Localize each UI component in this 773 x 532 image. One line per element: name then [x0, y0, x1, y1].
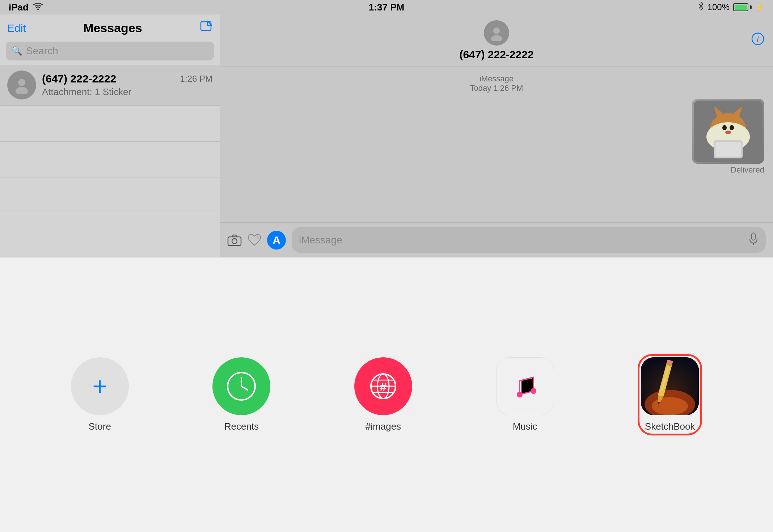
sketchbook-icon [641, 357, 699, 415]
svg-line-26 [241, 386, 248, 390]
status-time: 1:37 PM [369, 2, 404, 13]
camera-button[interactable] [227, 234, 242, 246]
conv-time: 1:26 PM [180, 74, 212, 84]
svg-point-40 [652, 397, 688, 415]
sidebar-header: Edit Messages [0, 14, 220, 39]
message-date: Today 1:26 PM [470, 84, 523, 93]
app-item-music[interactable]: Music [496, 357, 554, 432]
music-icon [509, 370, 541, 403]
bottom-panel: + Store Recents [0, 257, 773, 532]
compose-button[interactable] [199, 20, 212, 36]
message-input[interactable]: iMessage [292, 227, 766, 253]
svg-point-15 [730, 125, 734, 130]
sticker-image [692, 99, 764, 164]
appstore-button[interactable]: A [267, 231, 286, 250]
message-date-label: iMessage Today 1:26 PM [229, 74, 764, 93]
chat-area: (647) 222-2222 i iMessage Today 1:26 PM [220, 14, 773, 257]
svg-rect-19 [228, 237, 241, 246]
carrier-label: iPad [9, 2, 29, 13]
svg-point-4 [16, 87, 28, 94]
avatar [7, 71, 36, 99]
svg-point-6 [491, 35, 502, 41]
message-input-placeholder: iMessage [299, 234, 342, 246]
svg-point-5 [493, 27, 500, 34]
message-bubble-wrapper: Delivered [229, 99, 764, 175]
status-left: iPad [9, 2, 43, 13]
clock-icon [225, 370, 258, 403]
wifi-icon [33, 2, 43, 13]
images-icon-wrap: # [354, 357, 412, 415]
recents-label: Recents [224, 421, 259, 432]
music-icon-wrap [496, 357, 554, 415]
conv-top: (647) 222-2222 1:26 PM [42, 73, 212, 85]
store-label: Store [89, 421, 111, 432]
plus-icon: + [92, 372, 107, 401]
svg-point-36 [531, 388, 536, 394]
conv-info: (647) 222-2222 1:26 PM Attachment: 1 Sti… [42, 73, 212, 98]
battery-percent-label: 100% [707, 2, 730, 12]
app-item-recents[interactable]: Recents [212, 357, 270, 432]
charging-icon: ⚡ [755, 3, 764, 12]
svg-point-3 [18, 79, 25, 86]
svg-point-16 [725, 131, 731, 134]
conversation-item[interactable]: (647) 222-2222 1:26 PM Attachment: 1 Sti… [0, 65, 220, 106]
svg-point-35 [517, 392, 523, 397]
svg-point-0 [37, 8, 39, 10]
svg-rect-18 [715, 142, 741, 157]
search-icon: 🔍 [12, 46, 22, 56]
images-label: #images [366, 421, 401, 432]
app-item-sketchbook[interactable]: SketchBook [638, 354, 702, 435]
sidebar-empty-section-3 [0, 178, 220, 214]
edit-button[interactable]: Edit [7, 22, 26, 34]
svg-rect-21 [752, 233, 755, 240]
recents-icon-wrap [212, 357, 270, 415]
svg-text:i: i [757, 34, 759, 43]
conv-preview: Attachment: 1 Sticker [42, 86, 212, 98]
app-item-store[interactable]: + Store [71, 357, 129, 432]
chat-messages: iMessage Today 1:26 PM [220, 67, 773, 222]
globe-icon: # [367, 370, 400, 403]
music-label: Music [513, 421, 537, 432]
sketchbook-icon-wrap [641, 357, 699, 415]
store-icon-wrap: + [71, 357, 129, 415]
chat-input-area: A iMessage [220, 222, 773, 257]
appstore-icon: A [273, 234, 280, 246]
svg-text:#: # [380, 380, 387, 393]
mic-button[interactable] [748, 232, 759, 248]
svg-point-14 [722, 125, 727, 130]
search-bar[interactable]: 🔍 Search [6, 42, 214, 60]
app-shelf: + Store Recents [0, 258, 773, 532]
app-item-images[interactable]: # #images [354, 357, 412, 432]
search-placeholder: Search [26, 45, 58, 57]
bluetooth-icon [698, 1, 704, 13]
svg-point-20 [232, 239, 237, 244]
conv-name: (647) 222-2222 [42, 73, 116, 85]
status-right: 100% ⚡ [698, 1, 764, 13]
info-button[interactable]: i [751, 33, 764, 49]
heart-button[interactable] [248, 234, 261, 247]
app-area: Edit Messages 🔍 Search [0, 14, 773, 257]
status-bar: iPad 1:37 PM 100% ⚡ [0, 0, 773, 14]
sidebar-title: Messages [83, 21, 142, 35]
main-container: Edit Messages 🔍 Search [0, 14, 773, 532]
sketchbook-label: SketchBook [645, 421, 695, 432]
sidebar-empty-section-1 [0, 106, 220, 142]
delivered-label: Delivered [731, 165, 764, 175]
sidebar-empty-section-2 [0, 142, 220, 178]
chat-contact-name: (647) 222-2222 [459, 48, 533, 61]
chat-header: (647) 222-2222 i [220, 14, 773, 67]
chat-contact-avatar [484, 20, 509, 46]
battery-icon [733, 3, 752, 11]
message-type: iMessage [480, 74, 514, 83]
sidebar: Edit Messages 🔍 Search [0, 14, 220, 257]
